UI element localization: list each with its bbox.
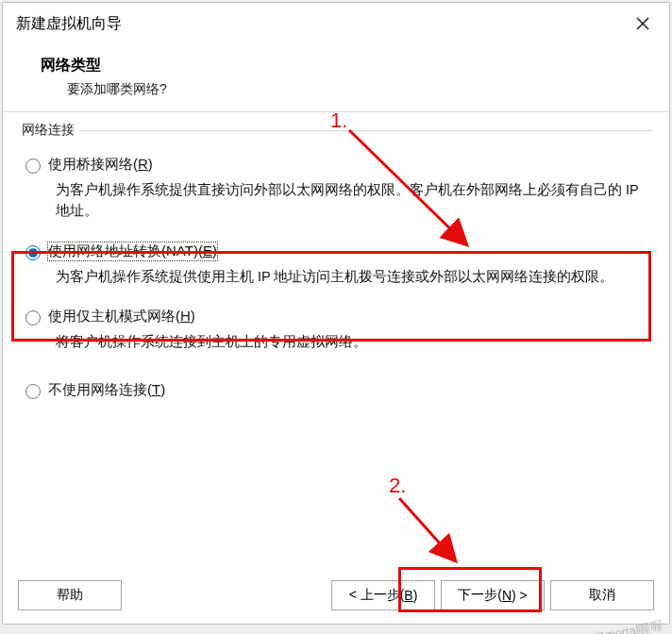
option-bridged[interactable]: 使用桥接网络(R) bbox=[25, 156, 647, 174]
desc-nat: 为客户机操作系统提供使用主机 IP 地址访问主机拨号连接或外部以太网网络连接的权… bbox=[56, 266, 643, 287]
back-button[interactable]: < 上一步(B) bbox=[331, 580, 435, 610]
radio-bridged-label: 使用桥接网络(R) bbox=[48, 156, 153, 174]
wizard-footer: 帮助 < 上一步(B) 下一步(N) > 取消 bbox=[3, 569, 669, 624]
option-hostonly[interactable]: 使用仅主机模式网络(H) bbox=[25, 308, 647, 325]
option-none[interactable]: 不使用网络连接(T) bbox=[25, 381, 647, 399]
window-title: 新建虚拟机向导 bbox=[16, 14, 122, 34]
divider bbox=[3, 111, 669, 112]
close-button[interactable] bbox=[626, 10, 660, 37]
group-legend: 网络连接 bbox=[22, 122, 80, 139]
radio-nat-label: 使用网络地址转换(NAT)(E) bbox=[48, 242, 217, 260]
wizard-dialog: 新建虚拟机向导 网络类型 要添加哪类网络? 网络连接 使用桥接网络(R) 为客户… bbox=[2, 2, 670, 625]
page-title: 网络类型 bbox=[41, 56, 660, 75]
cancel-button[interactable]: 取消 bbox=[550, 580, 654, 610]
radio-hostonly[interactable] bbox=[25, 310, 41, 325]
radio-nat[interactable] bbox=[25, 245, 41, 260]
network-group: 网络连接 使用桥接网络(R) 为客户机操作系统提供直接访问外部以太网网络的权限。… bbox=[20, 122, 652, 527]
wizard-content: 网络连接 使用桥接网络(R) 为客户机操作系统提供直接访问外部以太网网络的权限。… bbox=[3, 118, 669, 569]
next-button[interactable]: 下一步(N) > bbox=[441, 580, 545, 610]
radio-hostonly-label: 使用仅主机模式网络(H) bbox=[48, 308, 195, 325]
close-icon bbox=[636, 17, 649, 30]
radio-none-label: 不使用网络连接(T) bbox=[48, 381, 165, 399]
help-button[interactable]: 帮助 bbox=[18, 580, 122, 610]
desc-hostonly: 将客户机操作系统连接到主机上的专用虚拟网络。 bbox=[56, 331, 643, 352]
wizard-header: 网络类型 要添加哪类网络? bbox=[3, 42, 669, 111]
page-subtitle: 要添加哪类网络? bbox=[41, 81, 660, 98]
titlebar: 新建虚拟机向导 bbox=[3, 3, 669, 42]
radio-bridged[interactable] bbox=[25, 158, 41, 174]
radio-none[interactable] bbox=[25, 384, 41, 399]
option-nat[interactable]: 使用网络地址转换(NAT)(E) bbox=[25, 242, 647, 260]
desc-bridged: 为客户机操作系统提供直接访问外部以太网网络的权限。客户机在外部网络上必须有自己的… bbox=[56, 179, 643, 222]
